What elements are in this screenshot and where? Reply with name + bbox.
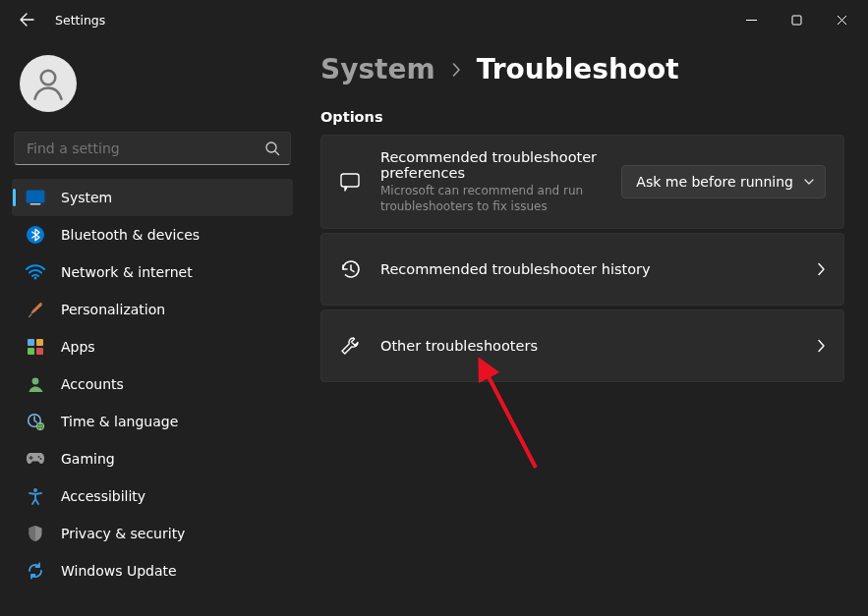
user-icon [29,65,67,102]
card-subtitle: Microsoft can recommend and run troubles… [380,183,602,214]
svg-point-2 [266,142,276,152]
sidebar-item-label: Gaming [61,451,115,467]
minimize-icon [746,15,757,26]
chevron-down-icon [803,176,815,188]
back-button[interactable] [12,5,41,34]
system-icon [26,188,45,207]
sidebar-item-label: Windows Update [61,563,177,579]
sidebar-item-label: Personalization [61,302,165,317]
breadcrumb-current: Troubleshoot [477,53,679,85]
prefs-dropdown[interactable]: Ask me before running [621,165,826,198]
svg-rect-0 [792,16,801,25]
accessibility-icon [26,486,45,506]
sidebar-item-label: Bluetooth & devices [61,227,200,243]
section-options-label: Options [320,109,844,125]
sidebar-item-bluetooth[interactable]: Bluetooth & devices [12,216,293,253]
sidebar-item-label: Privacy & security [61,526,185,541]
sidebar-item-label: Accounts [61,376,124,392]
clock-globe-icon [26,412,45,431]
shield-icon [26,524,45,543]
sidebar-item-gaming[interactable]: Gaming [12,440,293,477]
card-title: Recommended troubleshooter preferences [380,149,602,181]
svg-rect-3 [27,191,45,203]
card-other-troubleshooters[interactable]: Other troubleshooters [320,309,844,382]
svg-rect-17 [341,174,359,187]
svg-rect-4 [30,203,41,205]
svg-rect-10 [36,348,43,355]
update-icon [26,561,45,581]
card-troubleshooter-prefs: Recommended troubleshooter preferences M… [320,135,844,229]
window-title: Settings [55,13,105,28]
history-icon [339,258,361,280]
svg-point-16 [33,488,37,492]
sidebar: System Bluetooth & devices Network & int… [0,39,307,616]
svg-rect-8 [36,339,43,346]
titlebar: Settings [0,0,868,39]
svg-point-6 [34,277,37,280]
nav-list: System Bluetooth & devices Network & int… [10,179,295,589]
sidebar-item-label: Time & language [61,414,178,429]
sidebar-item-label: Network & internet [61,264,193,280]
sidebar-item-network[interactable]: Network & internet [12,253,293,291]
sidebar-item-accessibility[interactable]: Accessibility [12,477,293,515]
sidebar-item-label: System [61,190,112,205]
maximize-icon [791,15,802,26]
sidebar-item-label: Accessibility [61,488,145,504]
apps-icon [26,337,45,357]
card-title: Other troubleshooters [380,338,797,354]
bluetooth-icon [26,225,45,245]
minimize-button[interactable] [728,4,774,35]
sidebar-item-accounts[interactable]: Accounts [12,365,293,403]
breadcrumb: System Troubleshoot [320,53,844,85]
dropdown-value: Ask me before running [636,174,793,190]
feedback-icon [339,171,361,193]
svg-point-1 [41,71,56,85]
maximize-button[interactable] [774,4,819,35]
search-icon [264,140,280,156]
paintbrush-icon [26,300,45,319]
sidebar-item-label: Apps [61,339,95,355]
main-content: System Troubleshoot Options Recommended … [307,39,868,616]
sidebar-item-privacy[interactable]: Privacy & security [12,515,293,552]
breadcrumb-parent[interactable]: System [320,53,435,85]
chevron-right-icon [817,339,826,353]
chevron-right-icon [817,262,826,276]
sidebar-item-apps[interactable]: Apps [12,328,293,365]
svg-point-15 [40,458,42,460]
gamepad-icon [26,449,45,469]
wrench-icon [339,335,361,357]
sidebar-item-time-language[interactable]: Time & language [12,403,293,440]
svg-point-11 [32,378,39,385]
accounts-icon [26,374,45,394]
user-avatar[interactable] [20,55,77,112]
sidebar-item-personalization[interactable]: Personalization [12,291,293,328]
sidebar-item-system[interactable]: System [12,179,293,216]
card-troubleshooter-history[interactable]: Recommended troubleshooter history [320,233,844,306]
back-arrow-icon [19,12,34,28]
chevron-right-icon [451,63,461,77]
close-icon [837,15,847,26]
sidebar-item-windows-update[interactable]: Windows Update [12,552,293,589]
search-field[interactable] [15,140,290,156]
svg-rect-9 [28,348,34,355]
close-button[interactable] [819,4,864,35]
svg-point-14 [38,456,40,458]
search-input[interactable] [14,132,291,165]
svg-rect-7 [28,339,34,346]
card-title: Recommended troubleshooter history [380,261,797,277]
wifi-icon [26,262,45,282]
